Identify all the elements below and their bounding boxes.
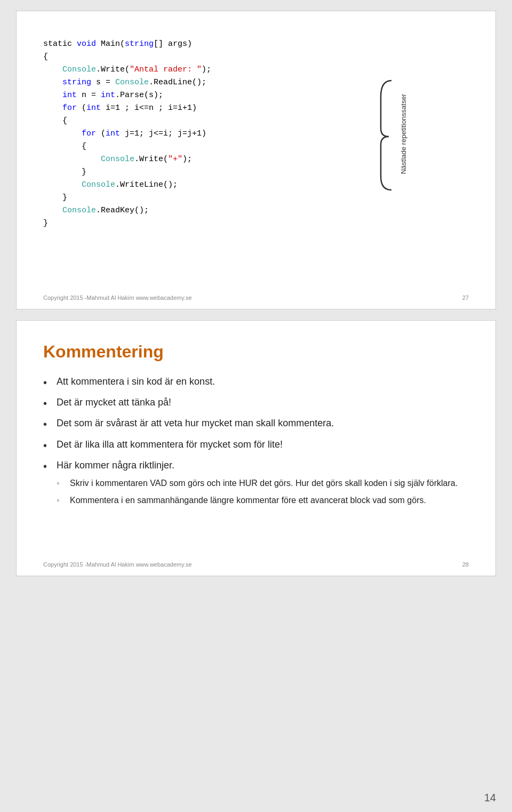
sub-bullet-item: Kommentera i en sammanhängande längre ko… xyxy=(57,495,469,506)
code-line: { xyxy=(43,140,341,153)
code-line: } xyxy=(43,217,341,230)
slide-2-footer: Copyright 2015 -Mahmud Al Hakim www.weba… xyxy=(43,561,469,568)
code-line: string s = Console.ReadLine(); xyxy=(43,76,341,89)
code-line: int n = int.Parse(s); xyxy=(43,89,341,102)
code-line: static void Main(string[] args) xyxy=(43,38,341,51)
bullet-item: Det är lika illa att kommentera för myck… xyxy=(43,438,469,451)
code-line: { xyxy=(43,51,341,63)
code-line: } xyxy=(43,192,341,204)
footer-page-1: 27 xyxy=(462,294,469,301)
page-number: 14 xyxy=(484,792,496,804)
annotation-area: Nästlade repetitionssatser xyxy=(378,75,463,193)
bullet-list: Att kommentera i sin kod är en konst.Det… xyxy=(43,375,469,507)
code-line: } xyxy=(43,166,341,179)
bullet-item: Att kommentera i sin kod är en konst. xyxy=(43,375,469,388)
code-line: Console.ReadKey(); xyxy=(43,204,341,217)
code-line: for (int j=1; j<=i; j=j+1) xyxy=(43,128,341,140)
sub-bullet-item: Skriv i kommentaren VAD som görs och int… xyxy=(57,477,469,489)
bullet-item: Här kommer några riktlinjer.Skriv i komm… xyxy=(43,459,469,507)
code-line: for (int i=1 ; i<=n ; i=i+1) xyxy=(43,102,341,115)
bullet-item: Det som är svårast är att veta hur mycke… xyxy=(43,417,469,430)
slide-2: Kommentering Att kommentera i sin kod är… xyxy=(16,320,496,576)
annotation-label: Nästlade repetitionssatser xyxy=(399,94,409,174)
code-line: Console.Write("+"); xyxy=(43,153,341,166)
footer-page-2: 28 xyxy=(462,561,469,568)
annotation-text: Nästlade repetitionssatser xyxy=(399,94,409,174)
slide-1: static void Main(string[] args){ Console… xyxy=(16,11,496,309)
slide-2-title: Kommentering xyxy=(43,342,469,362)
brace-svg xyxy=(378,75,394,193)
code-block: static void Main(string[] args){ Console… xyxy=(43,33,341,235)
footer-copyright-2: Copyright 2015 -Mahmud Al Hakim www.weba… xyxy=(43,561,192,568)
footer-copyright-1: Copyright 2015 -Mahmud Al Hakim www.weba… xyxy=(43,294,192,301)
code-line: { xyxy=(43,115,341,128)
bullet-item: Det är mycket att tänka på! xyxy=(43,396,469,409)
code-line: Console.Write("Antal rader: "); xyxy=(43,63,341,76)
slide-1-footer: Copyright 2015 -Mahmud Al Hakim www.weba… xyxy=(43,294,469,301)
code-line: Console.WriteLine(); xyxy=(43,179,341,192)
